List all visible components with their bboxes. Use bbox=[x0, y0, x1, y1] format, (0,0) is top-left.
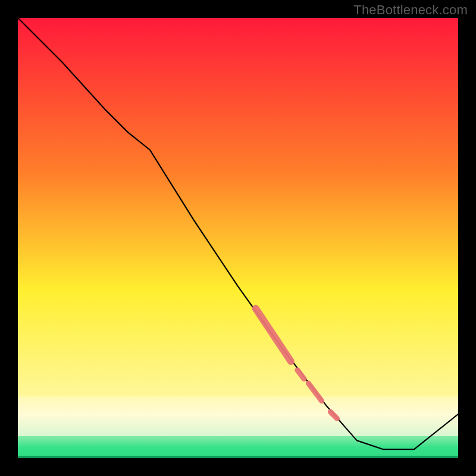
pale-band bbox=[18, 396, 458, 436]
green-band bbox=[18, 436, 458, 458]
watermark-text: TheBottleneck.com bbox=[353, 2, 468, 18]
bottom-mask bbox=[18, 458, 458, 471]
chart-frame: TheBottleneck.com bbox=[0, 0, 476, 476]
plot-svg bbox=[18, 18, 458, 458]
plot-stage bbox=[18, 18, 458, 458]
gradient-background bbox=[18, 18, 458, 458]
